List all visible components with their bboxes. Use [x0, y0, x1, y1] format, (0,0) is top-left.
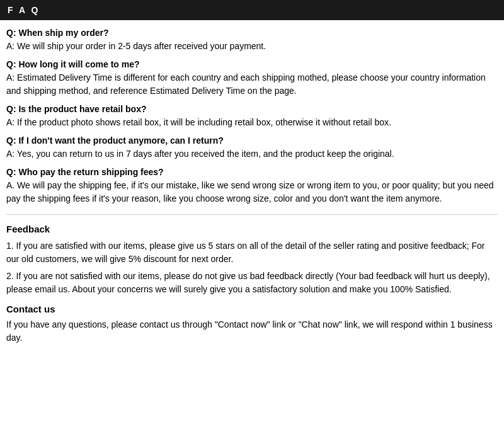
- answer-1: A: We will ship your order in 2-5 days a…: [6, 40, 498, 53]
- feedback-title: Feedback: [6, 224, 498, 234]
- contact-section: Contact us If you have any questions, pl…: [0, 304, 504, 345]
- qa-block-5: Q: Who pay the return shipping fees? A. …: [6, 167, 498, 205]
- question-2: Q: How long it will come to me?: [6, 59, 498, 69]
- answer-4: A: Yes, you can return to us in 7 days a…: [6, 147, 498, 161]
- feedback-section: Feedback 1. If you are satisfied with ou…: [0, 224, 504, 296]
- question-1: Q: When ship my order?: [6, 28, 498, 38]
- qa-block-4: Q: If I don't want the product anymore, …: [6, 135, 498, 161]
- question-4: Q: If I don't want the product anymore, …: [6, 135, 498, 146]
- answer-5: A. We will pay the shipping fee, if it's…: [6, 179, 498, 205]
- section-divider: [6, 214, 498, 215]
- faq-title: F A Q: [8, 5, 40, 15]
- qa-block-1: Q: When ship my order? A: We will ship y…: [6, 28, 498, 53]
- feedback-item-1: 1. If you are satisfied with our items, …: [6, 239, 498, 266]
- faq-section: Q: When ship my order? A: We will ship y…: [0, 28, 504, 205]
- question-3: Q: Is the product have retail box?: [6, 104, 498, 114]
- answer-3: A: If the product photo shows retail box…: [6, 116, 498, 129]
- qa-block-2: Q: How long it will come to me? A: Estim…: [6, 59, 498, 98]
- page-container: F A Q Q: When ship my order? A: We will …: [0, 0, 504, 345]
- contact-title: Contact us: [6, 304, 498, 314]
- contact-text: If you have any questions, please contac…: [6, 318, 498, 345]
- answer-2: A: Estimated Delivery Time is different …: [6, 71, 498, 98]
- faq-header: F A Q: [0, 0, 504, 20]
- feedback-item-2: 2. If you are not satisfied with our ite…: [6, 270, 498, 296]
- question-5: Q: Who pay the return shipping fees?: [6, 167, 498, 177]
- qa-block-3: Q: Is the product have retail box? A: If…: [6, 104, 498, 129]
